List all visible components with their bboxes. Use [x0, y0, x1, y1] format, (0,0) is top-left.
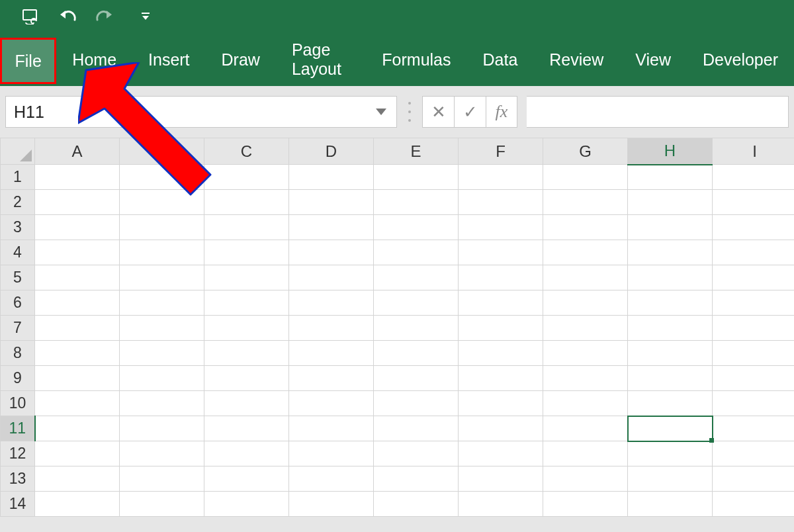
cell[interactable] [459, 366, 543, 391]
row-header[interactable]: 10 [1, 391, 35, 416]
cell[interactable] [120, 165, 204, 190]
cell[interactable] [628, 165, 713, 190]
cell[interactable] [543, 366, 628, 391]
cancel-button[interactable]: ✕ [422, 96, 454, 128]
cell[interactable] [713, 341, 795, 366]
cell[interactable] [120, 391, 204, 416]
cell[interactable] [459, 416, 543, 441]
cell[interactable] [35, 466, 120, 492]
cell[interactable] [459, 492, 543, 517]
tab-review[interactable]: Review [533, 36, 619, 83]
cell[interactable] [204, 215, 289, 240]
cell[interactable] [35, 290, 120, 316]
cell[interactable] [459, 165, 543, 190]
cell[interactable] [204, 466, 289, 492]
cell[interactable] [204, 391, 289, 416]
column-header[interactable]: I [713, 138, 795, 165]
cell[interactable] [204, 366, 289, 391]
tab-file[interactable]: File [0, 38, 56, 84]
save-icon[interactable] [19, 5, 42, 28]
cell[interactable] [628, 341, 713, 366]
cell[interactable] [374, 316, 459, 341]
cell[interactable] [543, 190, 628, 215]
cell[interactable] [289, 441, 374, 466]
cell[interactable] [289, 316, 374, 341]
select-all-button[interactable] [1, 138, 35, 165]
cell[interactable] [628, 391, 713, 416]
cell[interactable] [35, 492, 120, 517]
tab-insert[interactable]: Insert [132, 36, 206, 83]
cell[interactable] [459, 391, 543, 416]
cell[interactable] [120, 290, 204, 316]
cell[interactable] [120, 341, 204, 366]
cell[interactable] [543, 466, 628, 492]
column-header[interactable]: A [35, 138, 120, 165]
cell[interactable] [374, 290, 459, 316]
cell[interactable] [120, 316, 204, 341]
cell[interactable] [120, 441, 204, 466]
row-header[interactable]: 9 [1, 366, 35, 391]
cell[interactable] [713, 290, 795, 316]
cell[interactable] [35, 341, 120, 366]
cell[interactable] [374, 190, 459, 215]
column-header[interactable]: G [543, 138, 628, 165]
cell[interactable] [289, 466, 374, 492]
tab-data[interactable]: Data [467, 36, 534, 83]
cell[interactable] [628, 416, 713, 441]
cell[interactable] [374, 265, 459, 290]
cell[interactable] [289, 492, 374, 517]
cell[interactable] [628, 316, 713, 341]
cell[interactable] [289, 265, 374, 290]
column-header[interactable]: F [459, 138, 543, 165]
cell[interactable] [713, 466, 795, 492]
cell[interactable] [35, 366, 120, 391]
cell[interactable] [713, 366, 795, 391]
cell[interactable] [543, 215, 628, 240]
cell[interactable] [628, 215, 713, 240]
cell[interactable] [374, 492, 459, 517]
cell[interactable] [459, 290, 543, 316]
cell[interactable] [628, 240, 713, 265]
cell[interactable] [289, 416, 374, 441]
cell[interactable] [713, 215, 795, 240]
row-header[interactable]: 6 [1, 290, 35, 316]
cell[interactable] [713, 492, 795, 517]
cell[interactable] [204, 190, 289, 215]
cell[interactable] [120, 190, 204, 215]
column-header[interactable]: H [628, 138, 713, 165]
cell[interactable] [289, 366, 374, 391]
cell[interactable] [289, 341, 374, 366]
cell[interactable] [120, 265, 204, 290]
enter-button[interactable]: ✓ [454, 96, 486, 128]
cell[interactable] [120, 240, 204, 265]
cell[interactable] [374, 240, 459, 265]
cell[interactable] [35, 165, 120, 190]
row-header[interactable]: 1 [1, 165, 35, 190]
cell[interactable] [628, 441, 713, 466]
cell[interactable] [204, 165, 289, 190]
cell[interactable] [459, 190, 543, 215]
cell[interactable] [120, 466, 204, 492]
tab-home[interactable]: Home [56, 36, 132, 83]
cell[interactable] [289, 165, 374, 190]
tab-view[interactable]: View [619, 36, 687, 83]
cell[interactable] [543, 341, 628, 366]
row-header[interactable]: 5 [1, 265, 35, 290]
cell[interactable] [374, 441, 459, 466]
cell[interactable] [120, 492, 204, 517]
cell[interactable] [120, 366, 204, 391]
cell[interactable] [374, 466, 459, 492]
cell[interactable] [289, 391, 374, 416]
cell[interactable] [204, 492, 289, 517]
cell[interactable] [374, 165, 459, 190]
redo-icon[interactable] [93, 5, 116, 28]
cell[interactable] [35, 316, 120, 341]
cell[interactable] [713, 316, 795, 341]
cell[interactable] [713, 265, 795, 290]
cell[interactable] [459, 215, 543, 240]
row-header[interactable]: 4 [1, 240, 35, 265]
cell[interactable] [628, 190, 713, 215]
cell[interactable] [374, 416, 459, 441]
cell[interactable] [374, 366, 459, 391]
column-header[interactable]: E [374, 138, 459, 165]
